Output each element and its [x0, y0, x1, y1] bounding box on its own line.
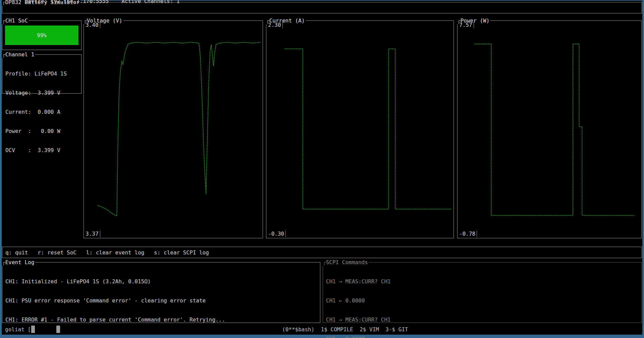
device-status-row: Device: 192.168.1.170:5555Active Channel…: [5, 0, 193, 11]
power-chart-panel: Power (W) 7.57 -0.78: [457, 20, 642, 238]
channel-current: Current: 0.000 A: [5, 109, 79, 115]
scpi-log-line: CH1 ← 0.0000: [326, 336, 639, 338]
active-channels: Active Channels: 1: [121, 0, 179, 4]
soc-panel: CH1 SoC 99%: [2, 20, 82, 50]
voltage-chart-panel: Voltage (V) 3.40 3.37: [84, 20, 263, 238]
channel-panel-title: Channel 1: [2, 51, 35, 58]
app-header-panel: DP832 Battery Simulator Device: 192.168.…: [2, 2, 642, 13]
channel-readouts: Profile: LiFePO4 1S Voltage: 3.399 V Cur…: [5, 58, 79, 166]
channel-title-text: Channel 1: [5, 51, 35, 58]
channel-ocv: OCV : 3.399 V: [5, 147, 79, 153]
channel-power: Power : 0.00 W: [5, 128, 79, 134]
scpi-log-line: CH1 ← 0.0000: [326, 297, 639, 304]
soc-percent-label: 99%: [37, 32, 47, 39]
cursor-block: [56, 326, 60, 333]
status-host-text: goliat [: [5, 326, 31, 333]
event-log-panel: Event Log CH1: Initialized - LiFePO4 1S …: [2, 262, 320, 323]
power-ymin-label: -0.78: [459, 231, 477, 237]
axis-tick: [100, 22, 100, 28]
channel-info-panel: Channel 1 Profile: LiFePO4 1S Voltage: 3…: [2, 54, 82, 94]
voltage-ymax-label: 3.40: [86, 22, 100, 28]
terminal-window[interactable]: DP832 Battery Simulator Device: 192.168.…: [0, 0, 644, 338]
voltage-ymin-label: 3.37: [86, 231, 100, 237]
axis-tick: [285, 231, 286, 237]
scpi-log-panel: SCPI Commands CH1 → MEAS:CURR? CH1 CH1 ←…: [323, 262, 642, 323]
cursor-block: [31, 326, 35, 333]
soc-progress-bar: 99%: [5, 26, 78, 45]
channel-voltage: Voltage: 3.399 V: [5, 90, 79, 96]
voltage-plot: [85, 21, 262, 237]
scpi-log-title-text: SCPI Commands: [326, 259, 368, 266]
event-log-title-text: Event Log: [5, 259, 35, 266]
power-ymin-text: -0.78: [459, 231, 475, 237]
axis-tick: [100, 231, 100, 237]
power-ymax-text: 7.57: [459, 22, 472, 28]
current-chart-panel: Current (A) 2.30 -0.30: [266, 20, 454, 238]
tmux-status-bar: goliat [ (0**$bash) 1$ COMPILE 2$ VIM 3-…: [2, 324, 642, 335]
axis-tick: [282, 22, 283, 28]
scpi-log-line: CH1 → MEAS:CURR? CH1: [326, 278, 639, 285]
axis-tick: [477, 231, 477, 237]
voltage-ymax-text: 3.40: [86, 22, 99, 28]
keybind-help-text: q: quit r: reset SoC l: clear event log …: [5, 249, 209, 256]
current-plot: [267, 21, 453, 237]
power-plot: [458, 21, 641, 237]
soc-title-text: CH1 SoC: [5, 17, 28, 24]
status-window-list: (0**$bash) 1$ COMPILE 2$ VIM 3-$ GIT: [282, 326, 408, 333]
soc-panel-title: CH1 SoC: [2, 17, 29, 24]
event-log-line: CH1: ERROR #1 - Failed to parse current …: [5, 317, 318, 323]
keybind-help-panel: q: quit r: reset SoC l: clear event log …: [2, 247, 642, 258]
voltage-ymin-text: 3.37: [86, 231, 99, 237]
event-log-title: Event Log: [2, 259, 35, 266]
current-ymin-text: -0.30: [268, 231, 284, 237]
device-address: Device: 192.168.1.170:5555: [25, 0, 109, 4]
scpi-log-title: SCPI Commands: [323, 259, 369, 266]
axis-tick: [474, 22, 474, 28]
channel-profile: Profile: LiFePO4 1S: [5, 70, 79, 77]
power-ymax-label: 7.57: [459, 22, 474, 28]
event-log-line: CH1: Initialized - LiFePO4 1S (3.2Ah, 0.…: [5, 278, 318, 285]
scpi-log-line: CH1 → MEAS:CURR? CH1: [326, 317, 639, 323]
current-ymin-label: -0.30: [268, 231, 286, 237]
current-ymax-text: 2.30: [268, 22, 281, 28]
current-ymax-label: 2.30: [268, 22, 283, 28]
event-log-line: CH1: PSU error response 'Command error' …: [5, 297, 318, 304]
